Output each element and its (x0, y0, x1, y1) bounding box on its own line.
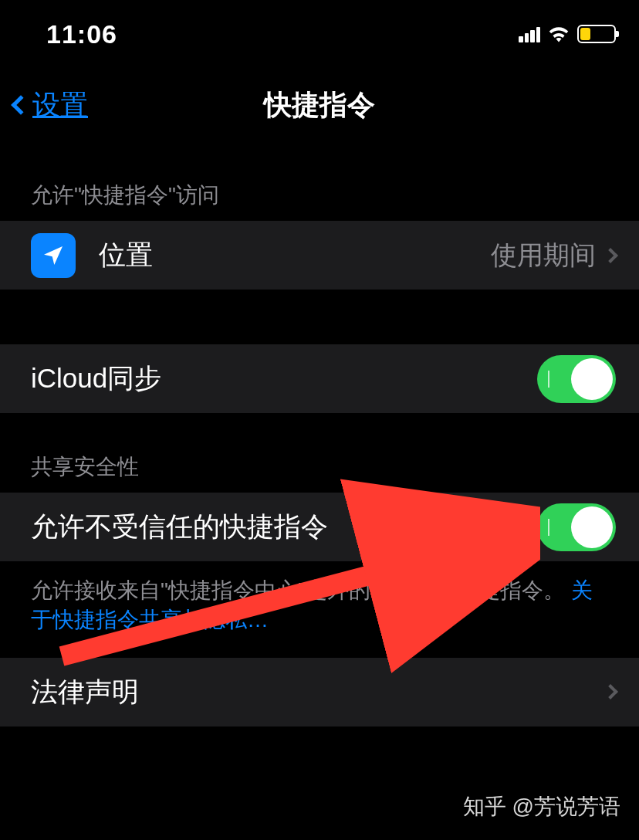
icloud-sync-row: iCloud同步 (0, 344, 639, 414)
watermark-text: 知乎 @芳说芳语 (463, 792, 620, 821)
status-indicators (519, 25, 616, 43)
back-button[interactable]: 设置 (14, 86, 88, 124)
allow-untrusted-toggle[interactable] (537, 503, 616, 551)
status-bar: 11:06 (0, 0, 639, 68)
location-row[interactable]: 位置 使用期间 (0, 221, 639, 290)
icloud-sync-label: iCloud同步 (31, 361, 537, 397)
chevron-left-icon (11, 95, 30, 114)
chevron-right-icon (603, 248, 618, 263)
page-title: 快捷指令 (0, 86, 639, 124)
legal-label: 法律声明 (31, 674, 605, 710)
allow-untrusted-label: 允许不受信任的快捷指令 (31, 509, 537, 545)
back-label: 设置 (32, 86, 88, 124)
wifi-icon (548, 25, 570, 42)
navigation-bar: 设置 快捷指令 (0, 68, 639, 142)
icloud-sync-toggle[interactable] (537, 355, 616, 403)
battery-icon (577, 25, 616, 43)
cellular-signal-icon (519, 25, 540, 42)
sharing-footer-text: 允许接收来自"快捷指令中心"之外的不受信任快捷指令。 (31, 578, 565, 602)
location-label: 位置 (99, 237, 491, 273)
status-time: 11:06 (46, 19, 117, 49)
chevron-right-icon (603, 684, 618, 699)
location-value: 使用期间 (491, 238, 596, 273)
section-header-access: 允许"快捷指令"访问 (0, 142, 639, 221)
location-icon (31, 233, 76, 278)
section-footer-sharing: 允许接收来自"快捷指令中心"之外的不受信任快捷指令。 关于快捷指令共享与隐私… (0, 562, 639, 658)
legal-row[interactable]: 法律声明 (0, 658, 639, 727)
allow-untrusted-row: 允许不受信任的快捷指令 (0, 493, 639, 562)
section-header-sharing: 共享安全性 (0, 414, 639, 493)
